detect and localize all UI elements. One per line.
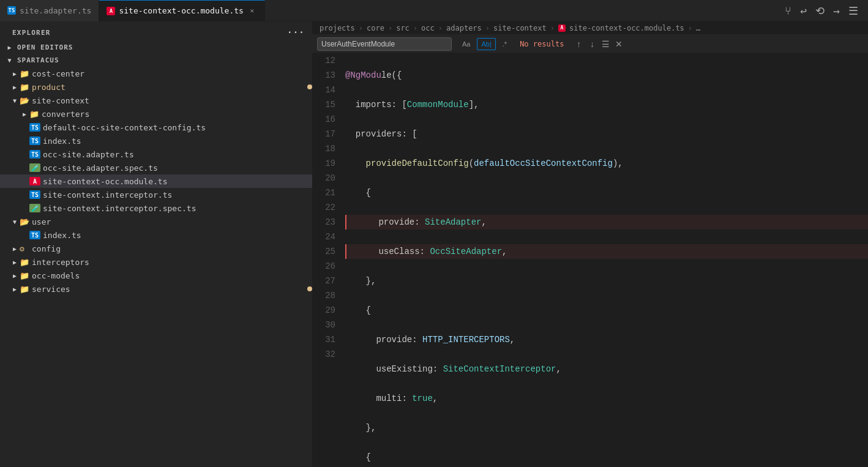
search-actions: Aa Ab| .* [458,38,511,50]
line-16: { [345,185,868,200]
line-numbers: 12 13 14 15 16 17 18 19 20 21 22 23 24 2… [312,53,343,467]
top-bar: TS site.adapter.ts A site-context-occ.mo… [0,0,868,21]
line-19: }, [345,274,868,288]
user-label: user [32,217,312,226]
angular-icon: A [107,7,115,15]
sidebar-item-occ-site-adapter[interactable]: TS occ-site.adapter.ts [0,148,312,161]
sidebar-item-services[interactable]: ▶ 📁 services [0,282,312,296]
match-case-button[interactable]: Aa [458,38,474,50]
explorer-title: EXPLORER [12,29,51,37]
spartacus-chevron: ▼ [5,57,15,64]
interceptors-label: interceptors [32,258,312,267]
sidebar-item-site-context-interceptor-spec[interactable]: 🧪 site-context.interceptor.spec.ts [0,201,312,215]
explorer-dots[interactable]: ··· [287,28,305,37]
user-index-label: index.ts [43,231,312,240]
tab-label: site-context-occ.module.ts [119,6,244,15]
spartacus-section[interactable]: ▼ SPARTACUS [0,54,312,67]
ts-file-icon: TS [29,150,40,159]
converters-chevron: ▶ [20,111,29,118]
site-context-interceptor-spec-label: site-context.interceptor.spec.ts [43,204,312,213]
sidebar-item-occ-models[interactable]: ▶ 📁 occ-models [0,269,312,282]
prev-match-button[interactable]: ↑ [572,38,585,50]
breadcrumb-projects: projects [320,24,355,32]
converters-label: converters [42,110,312,119]
search-input-wrapper [317,37,452,51]
sidebar-item-site-context[interactable]: ▼ 📂 site-context [0,94,312,107]
ts-file-icon: TS [29,231,40,239]
main-area: EXPLORER ··· ▶ OPEN EDITORS ▼ SPARTACUS … [0,21,868,467]
regex-button[interactable]: .* [498,38,511,50]
spec-file-icon: 🧪 [29,163,40,172]
forward-icon[interactable]: → [833,4,840,17]
ts-icon: TS [7,6,16,15]
open-editors-section[interactable]: ▶ OPEN EDITORS [0,41,312,54]
branch-icon[interactable]: ⑂ [785,4,791,17]
tab-close-button[interactable]: ✕ [247,6,257,16]
sidebar-header-actions: ··· [287,28,305,37]
sidebar-item-site-context-occ-module[interactable]: A site-context-occ.module.ts [0,174,312,188]
sidebar-item-user[interactable]: ▼ 📂 user [0,215,312,228]
sidebar-item-config[interactable]: ▶ ⚙️ config [0,242,312,255]
ts-file-icon: TS [29,123,40,132]
sidebar-item-product[interactable]: ▶ 📁 product [0,80,312,94]
occ-models-chevron: ▶ [10,272,20,279]
sidebar-item-converters[interactable]: ▶ 📁 converters [0,107,312,121]
services-label: services [32,285,305,294]
code-content: @NgModule({ imports: [CommonModule], pro… [343,53,868,467]
undo-icon[interactable]: ↩ [800,4,807,17]
product-folder-icon: 📁 [20,83,29,91]
tab-sitecontextocc[interactable]: A site-context-occ.module.ts ✕ [99,0,265,21]
open-editors-chevron: ▶ [5,44,15,51]
redo-icon[interactable]: ⟲ [815,4,825,17]
sidebar-item-cost-center[interactable]: ▶ 📁 cost-center [0,67,312,80]
close-search-button[interactable]: ✕ [613,38,625,50]
ts-file-icon: TS [29,136,40,145]
explorer-header: EXPLORER ··· [0,21,312,41]
code-area[interactable]: 12 13 14 15 16 17 18 19 20 21 22 23 24 2… [312,53,868,467]
product-label: product [32,83,305,92]
breadcrumb-module-file: site-context-occ.module.ts [569,24,684,32]
user-chevron: ▼ [10,219,20,225]
breadcrumb: projects › core › src › occ › adapters ›… [312,21,868,35]
breadcrumb-src: src [396,24,410,32]
site-context-interceptor-label: site-context.interceptor.ts [43,190,312,200]
sidebar-item-index-ts[interactable]: TS index.ts [0,134,312,148]
no-results-text: No results [515,40,569,48]
sidebar-item-interceptors[interactable]: ▶ 📁 interceptors [0,255,312,269]
interceptors-folder-icon: 📁 [20,258,29,266]
sidebar-item-site-context-interceptor[interactable]: TS site-context.interceptor.ts [0,188,312,201]
line-12: @NgModule({ [345,68,868,83]
cost-center-label: cost-center [32,69,312,78]
line-22: useExisting: SiteContextInterceptor, [345,362,868,376]
product-modified-dot [307,84,312,89]
sidebar-item-occ-site-spec[interactable]: 🧪 occ-site.adapter.spec.ts [0,161,312,174]
interceptors-chevron: ▶ [10,259,20,266]
occ-models-folder-icon: 📁 [20,271,29,280]
search-bar: Aa Ab| .* No results ↑ ↓ ☰ ✕ [312,35,868,53]
search-input[interactable] [321,40,432,48]
top-bar-actions: ⑂ ↩ ⟲ → ☰ [785,4,868,17]
config-label: config [32,244,312,253]
occ-site-adapter-label: occ-site.adapter.ts [43,150,312,159]
occ-models-label: occ-models [32,271,312,280]
next-match-button[interactable]: ↓ [586,38,598,50]
whole-word-button[interactable]: Ab| [477,38,495,50]
services-folder-icon: 📁 [20,285,29,293]
list-results-button[interactable]: ☰ [599,38,612,50]
line-14: providers: [ [345,127,868,141]
menu-icon[interactable]: ☰ [848,4,858,17]
sidebar-item-default-occ[interactable]: TS default-occ-site-context-config.ts [0,121,312,134]
sidebar-item-user-index[interactable]: TS index.ts [0,228,312,242]
converters-folder-icon: 📁 [29,110,39,118]
services-chevron: ▶ [10,286,20,293]
breadcrumb-core: core [367,24,384,32]
services-modified-dot [307,286,312,291]
search-nav-buttons: ↑ ↓ ☰ ✕ [572,38,625,50]
tab-siteadapter[interactable]: TS site.adapter.ts [0,0,99,21]
breadcrumb-angular-icon: A [558,24,566,32]
cost-center-folder-icon: 📁 [20,69,29,78]
site-context-label: site-context [32,96,312,105]
index-label: index.ts [43,136,312,146]
breadcrumb-occ: occ [421,24,435,32]
angular-file-icon: A [29,177,40,185]
